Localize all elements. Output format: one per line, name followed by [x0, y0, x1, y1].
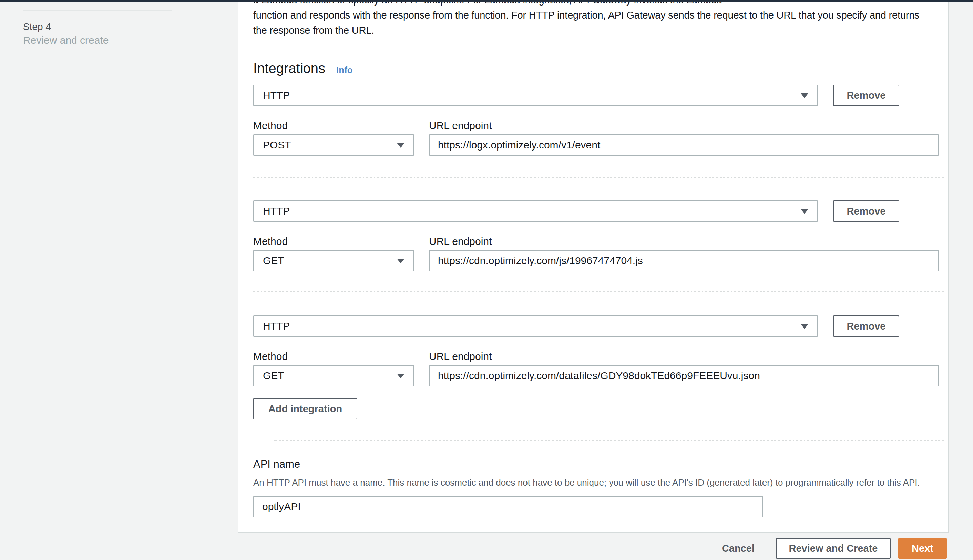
next-button[interactable]: Next [898, 538, 947, 558]
cancel-button[interactable]: Cancel [722, 543, 754, 554]
method-value-3: GET [263, 370, 284, 382]
section-divider [274, 440, 944, 441]
api-name-input[interactable] [253, 496, 763, 517]
chevron-down-icon [397, 258, 404, 263]
sidebar-divider [23, 10, 172, 11]
integration-type-value-1: HTTP [263, 90, 290, 101]
method-label-2: Method [253, 235, 288, 247]
create-api-wizard-page: Step 4 Review and create a Lambda functi… [0, 0, 973, 560]
integration-type-select-1[interactable]: HTTP [253, 85, 818, 106]
top-nav-bar [0, 0, 973, 2]
url-endpoint-input-2[interactable] [429, 250, 939, 272]
integration-type-select-3[interactable]: HTTP [253, 315, 818, 337]
steps-sidebar: Step 4 Review and create [0, 0, 239, 560]
method-label-3: Method [253, 351, 288, 362]
remove-integration-button-3[interactable]: Remove [833, 315, 899, 337]
intro-line-3: the response from the URL. [253, 23, 919, 38]
method-select-1[interactable]: POST [253, 134, 414, 156]
url-endpoint-label-1: URL endpoint [429, 120, 492, 132]
method-value-2: GET [263, 255, 284, 267]
url-endpoint-label-3: URL endpoint [429, 351, 492, 362]
url-endpoint-input-3[interactable] [429, 365, 939, 387]
integration-type-select-2[interactable]: HTTP [253, 200, 818, 222]
api-name-description: An HTTP API must have a name. This name … [253, 477, 920, 488]
api-name-label: API name [253, 458, 300, 470]
chevron-down-icon [397, 374, 404, 378]
step-number-label: Step 4 [23, 22, 51, 32]
info-link[interactable]: Info [336, 65, 353, 75]
intro-line-2: function and responds with the response … [253, 8, 919, 23]
wizard-footer: Cancel Review and Create Next [722, 538, 947, 558]
url-endpoint-label-2: URL endpoint [429, 235, 492, 247]
section-divider [253, 177, 944, 178]
section-divider [253, 291, 944, 292]
url-endpoint-input-1[interactable] [429, 134, 939, 156]
method-select-2[interactable]: GET [253, 250, 414, 272]
method-select-3[interactable]: GET [253, 365, 414, 387]
chevron-down-icon [397, 143, 404, 148]
main-panel: a Lambda function or specify an HTTP end… [239, 0, 948, 533]
integrations-heading: Integrations Info [253, 61, 353, 76]
remove-integration-button-1[interactable]: Remove [833, 85, 899, 106]
integration-type-value-3: HTTP [263, 320, 290, 332]
chevron-down-icon [801, 209, 808, 214]
sidebar-item-review-and-create[interactable]: Review and create [23, 35, 108, 46]
integration-intro-paragraph: a Lambda function or specify an HTTP end… [253, 0, 919, 38]
review-and-create-button[interactable]: Review and Create [776, 538, 891, 558]
chevron-down-icon [801, 324, 808, 329]
add-integration-button[interactable]: Add integration [253, 398, 357, 420]
chevron-down-icon [801, 93, 808, 98]
method-value-1: POST [263, 139, 291, 151]
method-label-1: Method [253, 120, 288, 132]
integration-type-value-2: HTTP [263, 205, 290, 217]
integrations-title: Integrations [253, 61, 325, 76]
remove-integration-button-2[interactable]: Remove [833, 200, 899, 222]
